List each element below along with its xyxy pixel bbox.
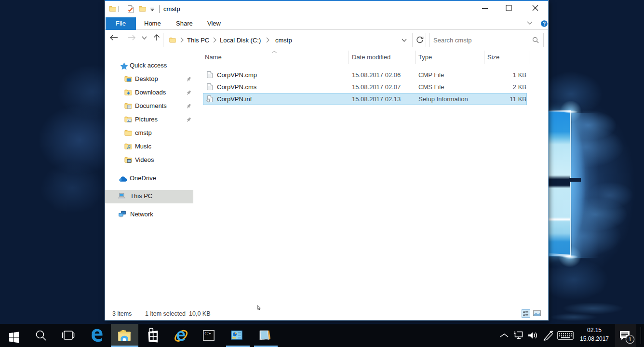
svg-text:1: 1 <box>629 336 631 342</box>
svg-text:?: ? <box>543 21 546 27</box>
